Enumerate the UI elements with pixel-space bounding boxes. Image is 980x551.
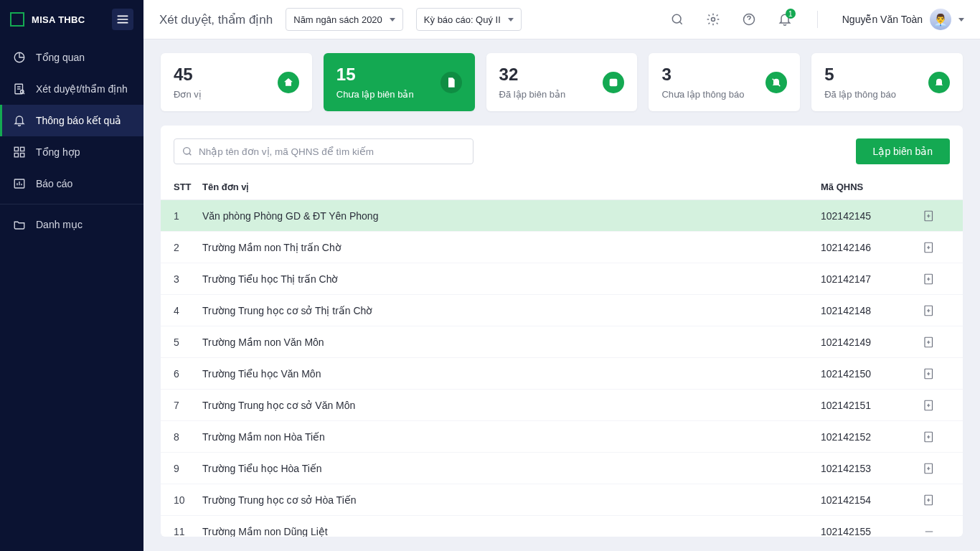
sidebar-item-aggregate[interactable]: Tổng hợp xyxy=(0,136,143,168)
add-file-icon[interactable] xyxy=(921,334,937,350)
bell-icon xyxy=(928,72,950,93)
cell-stt: 7 xyxy=(174,400,202,411)
stat-card-created[interactable]: 32 Đã lập biên bản xyxy=(486,53,638,111)
cell-action xyxy=(921,461,950,476)
svg-point-12 xyxy=(184,148,190,154)
table-row[interactable]: 6Trường Tiểu học Văn Môn102142150 xyxy=(161,358,963,390)
table-row[interactable]: 2Trường Mầm non Thị trấn Chờ102142146 xyxy=(161,232,963,263)
gear-icon xyxy=(706,12,720,27)
sidebar-item-label: Danh mục xyxy=(36,219,83,230)
user-menu[interactable]: Nguyễn Văn Toàn 👨‍💼 xyxy=(842,9,964,30)
add-file-icon[interactable] xyxy=(921,240,937,255)
add-file-icon[interactable] xyxy=(921,303,937,319)
budget-year-label: Năm ngân sách 2020 xyxy=(293,14,382,25)
table-row[interactable]: 4Trường Trung học cơ sở Thị trấn Chờ1021… xyxy=(161,295,963,326)
stat-card-not-created[interactable]: 15 Chưa lập biên bản xyxy=(324,53,475,111)
search-input[interactable] xyxy=(199,146,466,157)
cell-action xyxy=(921,303,950,319)
cell-code: 102142145 xyxy=(821,210,921,222)
sidebar-item-overview[interactable]: Tổng quan xyxy=(0,42,143,73)
menu-toggle-button[interactable] xyxy=(112,9,133,30)
budget-year-select[interactable]: Năm ngân sách 2020 xyxy=(286,8,403,31)
create-record-button[interactable]: Lập biên bản xyxy=(856,138,950,164)
svg-point-2 xyxy=(21,90,24,94)
cell-code: 102142150 xyxy=(821,368,921,380)
topbar: Xét duyệt, thẩm định Năm ngân sách 2020 … xyxy=(143,0,980,39)
table-row[interactable]: 8Trường Mầm non Hòa Tiến102142152 xyxy=(161,421,963,453)
notification-badge: 1 xyxy=(786,9,796,19)
add-file-icon[interactable] xyxy=(921,208,937,224)
cell-code: 102142152 xyxy=(821,431,921,443)
table-row[interactable]: 5Trường Mầm non Văn Môn102142149 xyxy=(161,326,963,358)
pie-icon xyxy=(13,51,26,64)
stat-card-notify-done[interactable]: 5 Đã lập thông báo xyxy=(811,53,963,111)
report-period-select[interactable]: Kỳ báo cáo: Quý II xyxy=(416,8,522,31)
col-stt: STT xyxy=(174,182,202,192)
cell-stt: 6 xyxy=(174,368,202,380)
cell-action xyxy=(921,397,950,413)
add-file-icon[interactable] xyxy=(921,366,937,382)
caret-down-icon xyxy=(508,18,514,22)
cell-code: 102142146 xyxy=(821,242,921,253)
table-row[interactable]: 7Trường Trung học cơ sở Văn Môn102142151 xyxy=(161,390,963,421)
logo-text: MISA THBC xyxy=(32,14,85,25)
cell-action xyxy=(921,334,950,350)
cell-name: Trường Mầm non Văn Môn xyxy=(202,336,821,348)
cell-stt: 2 xyxy=(174,242,202,253)
cell-action xyxy=(921,429,950,445)
cell-action xyxy=(921,366,950,382)
table-row[interactable]: 9Trường Tiểu học Hòa Tiến102142153 xyxy=(161,453,963,484)
help-button[interactable] xyxy=(741,11,757,27)
sidebar-item-category[interactable]: Danh mục xyxy=(0,209,143,240)
cell-name: Trường Tiểu học Thị trấn Chờ xyxy=(202,273,821,285)
content: 45 Đơn vị 15 Chưa lập biên bản 32 Đã lập… xyxy=(143,39,980,551)
cell-name: Trường Trung học cơ sở Hòa Tiến xyxy=(202,494,821,506)
avatar: 👨‍💼 xyxy=(930,9,951,30)
nav-divider xyxy=(0,204,143,204)
col-code: Mã QHNS xyxy=(821,182,921,192)
cell-code: 102142149 xyxy=(821,336,921,348)
sidebar-item-notify-result[interactable]: Thông báo kết quả xyxy=(0,105,143,136)
cell-code: 102142153 xyxy=(821,463,921,474)
search-icon xyxy=(670,12,684,27)
settings-button[interactable] xyxy=(705,11,721,27)
stat-label: Chưa lập thông báo xyxy=(661,89,744,100)
table-body[interactable]: 1Văn phòng Phòng GD & ĐT Yên Phong102142… xyxy=(161,200,963,537)
add-file-icon[interactable] xyxy=(921,492,937,508)
cell-stt: 4 xyxy=(174,305,202,316)
nav-list: Tổng quan Xét duyệt/thẩm định Thông báo … xyxy=(0,42,143,240)
cell-code: 102142147 xyxy=(821,273,921,285)
sidebar-item-label: Xét duyệt/thẩm định xyxy=(36,83,128,95)
user-name: Nguyễn Văn Toàn xyxy=(842,14,923,25)
cell-action xyxy=(921,240,950,255)
add-file-icon[interactable] xyxy=(921,271,937,287)
search-button[interactable] xyxy=(669,11,685,27)
sidebar-item-report[interactable]: Báo cáo xyxy=(0,168,143,199)
stat-number: 5 xyxy=(824,65,896,85)
svg-rect-4 xyxy=(21,147,24,151)
dash-icon[interactable] xyxy=(921,524,937,537)
table-row[interactable]: 3Trường Tiểu học Thị trấn Chờ102142147 xyxy=(161,263,963,295)
sidebar-header: MISA THBC xyxy=(0,0,143,39)
table-row[interactable]: 11Trường Mầm non Dũng Liệt102142155 xyxy=(161,516,963,537)
caret-down-icon xyxy=(958,18,964,22)
col-action xyxy=(921,182,950,192)
table-row[interactable]: 10Trường Trung học cơ sở Hòa Tiến1021421… xyxy=(161,484,963,516)
stat-card-units[interactable]: 45 Đơn vị xyxy=(161,53,312,111)
report-period-label: Kỳ báo cáo: Quý II xyxy=(424,14,501,25)
stat-label: Đã lập thông báo xyxy=(824,89,896,100)
sidebar-item-review[interactable]: Xét duyệt/thẩm định xyxy=(0,73,143,105)
cell-stt: 3 xyxy=(174,273,202,285)
search-input-wrap[interactable] xyxy=(174,138,473,164)
add-file-icon[interactable] xyxy=(921,461,937,476)
table-row[interactable]: 1Văn phòng Phòng GD & ĐT Yên Phong102142… xyxy=(161,200,963,232)
add-file-icon[interactable] xyxy=(921,429,937,445)
add-file-icon[interactable] xyxy=(921,397,937,413)
logo[interactable]: MISA THBC xyxy=(10,12,85,27)
notifications-button[interactable]: 1 xyxy=(777,11,793,27)
file-icon xyxy=(440,72,462,93)
stat-card-notify-pending[interactable]: 3 Chưa lập thông báo xyxy=(649,53,800,111)
cell-action xyxy=(921,208,950,224)
svg-rect-11 xyxy=(610,78,618,86)
cell-action xyxy=(921,271,950,287)
